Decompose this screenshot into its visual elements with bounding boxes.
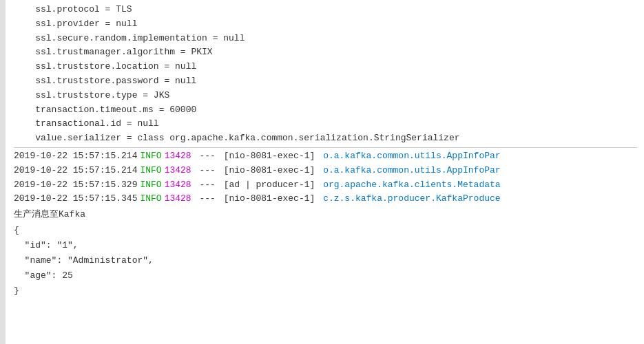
json-name-line: "name": "Administrator", [14,253,637,268]
console-container: ssl.protocol = TLS ssl.provider = null s… [0,0,644,344]
log-sep-1: --- [194,164,216,178]
log-thread-name-2: [ad | producer-1] [218,178,315,193]
log-level-2: INFO [140,178,161,193]
content-area: ssl.protocol = TLS ssl.provider = null s… [0,0,644,301]
log-thread-id-3: 13428 [165,192,191,206]
log-timestamp-3: 2019-10-22 15:57:15.345 [14,192,137,206]
log-thread-id-2: 13428 [165,178,191,193]
log-line-2: 2019-10-22 15:57:15.329 INFO 13428 --- [… [14,178,637,193]
log-timestamp-2: 2019-10-22 15:57:15.329 [14,178,137,193]
chinese-message: 生产消息至Kafka [14,206,637,222]
log-level-0: INFO [140,149,161,164]
log-level-1: INFO [140,164,161,178]
log-class-0: o.a.kafka.common.utils.AppInfoPar [318,149,500,164]
divider [14,147,637,148]
log-thread-name-3: [nio-8081-exec-1] [218,192,315,206]
json-close-brace: } [14,283,637,299]
log-line-0: 2019-10-22 15:57:15.214 INFO 13428 --- [… [14,149,637,164]
json-open-brace: { [14,223,637,238]
config-section: ssl.protocol = TLS ssl.provider = null s… [14,3,637,146]
config-line-ssl-truststore-password: ssl.truststore.password = null [14,74,637,89]
log-sep-2: --- [194,178,216,193]
json-output: { "id": "1", "name": "Administrator", "a… [14,223,637,299]
log-thread-name-0: [nio-8081-exec-1] [218,149,315,164]
log-timestamp-1: 2019-10-22 15:57:15.214 [14,164,137,178]
log-thread-id-1: 13428 [165,164,191,178]
log-section: 2019-10-22 15:57:15.214 INFO 13428 --- [… [14,149,637,206]
config-line-ssl-truststore-location: ssl.truststore.location = null [14,60,637,74]
log-class-2: org.apache.kafka.clients.Metadata [318,178,500,193]
log-thread-name-1: [nio-8081-exec-1] [218,164,315,178]
log-level-3: INFO [140,192,161,206]
log-class-1: o.a.kafka.common.utils.AppInfoPar [318,164,500,178]
log-line-1: 2019-10-22 15:57:15.214 INFO 13428 --- [… [14,164,637,178]
config-line-value-serializer: value.serializer = class org.apache.kafk… [14,131,637,146]
json-age-line: "age": 25 [14,268,637,283]
log-sep-3: --- [194,192,216,206]
log-sep-0: --- [194,149,216,164]
config-line-transaction-timeout: transaction.timeout.ms = 60000 [14,103,637,118]
scrollbar[interactable] [0,0,6,344]
config-line-ssl-truststore-type: ssl.truststore.type = JKS [14,89,637,103]
log-timestamp-0: 2019-10-22 15:57:15.214 [14,149,137,164]
config-line-ssl-provider: ssl.provider = null [14,17,637,32]
config-line-transactional-id: transactional.id = null [14,117,637,131]
log-class-3: c.z.s.kafka.producer.KafkaProduce [318,192,500,206]
log-line-3: 2019-10-22 15:57:15.345 INFO 13428 --- [… [14,192,637,206]
config-line-ssl-secure-random: ssl.secure.random.implementation = null [14,32,637,46]
config-line-ssl-trustmanager: ssl.trustmanager.algorithm = PKIX [14,45,637,60]
log-thread-id-0: 13428 [165,149,191,164]
config-line-ssl-protocol: ssl.protocol = TLS [14,3,637,17]
json-id-line: "id": "1", [14,238,637,253]
